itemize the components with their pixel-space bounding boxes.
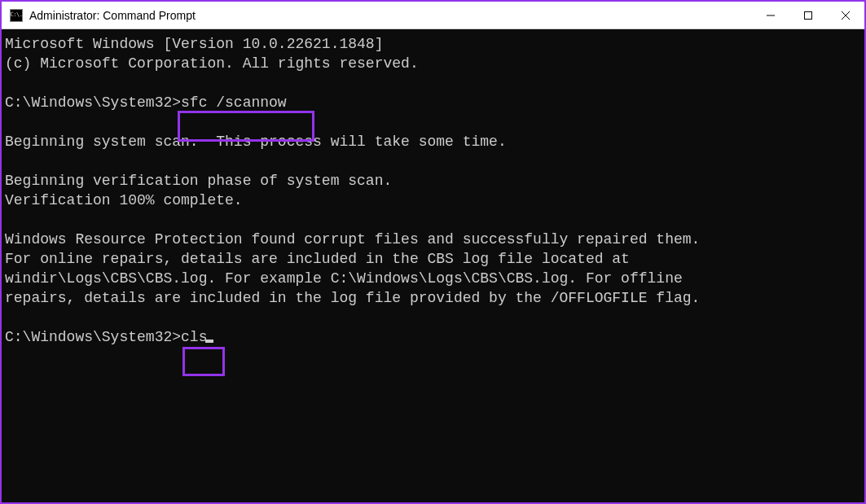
version-line: Microsoft Windows [Version 10.0.22621.18… [5,36,383,52]
result-line: repairs, details are included in the log… [5,290,700,306]
titlebar[interactable]: C:\. Administrator: Command Prompt [2,2,864,29]
prompt-1: C:\Windows\System32>sfc /scannow [5,94,287,111]
command-sfc-scannow: sfc /scannow [181,94,287,111]
begin-scan-line: Beginning system scan. This process will… [5,134,507,150]
result-line: For online repairs, details are included… [5,251,630,267]
command-cls: cls [181,329,207,345]
result-line: windir\Logs\CBS\CBS.log. For example C:\… [5,270,683,287]
window-controls [752,2,864,28]
terminal-output[interactable]: Microsoft Windows [Version 10.0.22621.18… [2,29,864,502]
svg-rect-1 [805,11,812,19]
copyright-line: (c) Microsoft Corporation. All rights re… [5,55,419,72]
prompt-2: C:\Windows\System32>cls [5,329,213,345]
cursor [205,340,213,343]
window-title: Administrator: Command Prompt [29,9,752,22]
minimize-button[interactable] [752,2,789,28]
cmd-icon: C:\. [10,9,23,22]
verify-complete-line: Verification 100% complete. [5,192,243,208]
begin-verify-line: Beginning verification phase of system s… [5,173,392,189]
result-line: Windows Resource Protection found corrup… [5,231,700,248]
highlight-box-cls [182,347,225,376]
maximize-button[interactable] [789,2,827,28]
close-button[interactable] [827,2,864,28]
